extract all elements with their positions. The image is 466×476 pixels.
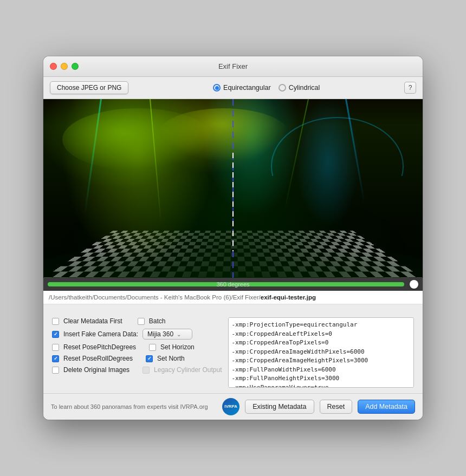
panorama-preview[interactable]	[43, 99, 423, 278]
row-insert-fake: Insert Fake Camera Data: Mijia 360 ⌄	[52, 329, 222, 340]
section-gap	[43, 304, 423, 310]
titlebar: Exif Fixer	[43, 56, 423, 77]
help-button[interactable]: ?	[404, 82, 416, 94]
equirect-label: Equirectangular	[223, 84, 271, 92]
reset-pitch-label: Reset PosePitchDegrees	[63, 343, 136, 351]
insert-fake-label: Insert Fake Camera Data:	[63, 330, 138, 338]
ivrpa-badge: IVRPA	[222, 398, 240, 415]
maximize-button[interactable]	[72, 63, 79, 70]
delete-images-checkbox[interactable]	[52, 367, 59, 374]
progress-bar-container: 360 degrees	[43, 278, 423, 291]
projection-radio-group: Equirectangular Cylindrical	[137, 84, 396, 92]
reset-roll-label: Reset PoseRollDegrees	[63, 355, 133, 362]
existing-metadata-button[interactable]: Existing Metadata	[245, 400, 314, 414]
progress-label: 360 degrees	[216, 281, 249, 288]
close-button[interactable]	[50, 63, 57, 70]
clear-metadata-label: Clear Metadata First	[63, 317, 122, 325]
batch-label: Batch	[149, 317, 166, 325]
controls-section: Clear Metadata First Batch Insert Fake C…	[43, 310, 423, 393]
set-north-checkbox[interactable]	[146, 355, 153, 362]
filepath-bar: /Users/thatkeith/Documents/Documents - K…	[43, 291, 423, 304]
clear-metadata-checkbox[interactable]	[52, 318, 59, 325]
filepath-prefix: /Users/thatkeith/Documents/Documents - K…	[49, 294, 261, 301]
insert-fake-checkbox[interactable]	[52, 331, 59, 338]
choose-file-button[interactable]: Choose JPEG or PNG	[50, 81, 128, 94]
app-window: Exif Fixer Choose JPEG or PNG Equirectan…	[43, 56, 423, 420]
progress-knob[interactable]	[410, 280, 418, 289]
cylindrical-label: Cylindrical	[289, 84, 320, 92]
chevron-down-icon: ⌄	[177, 331, 181, 337]
legacy-cylinder-label: Legacy Cylinder Output	[154, 366, 222, 374]
camera-dropdown[interactable]: Mijia 360 ⌄	[143, 329, 192, 340]
ivrpa-text: IVRPA	[224, 405, 237, 409]
batch-checkbox[interactable]	[138, 318, 145, 325]
toolbar: Choose JPEG or PNG Equirectangular Cylin…	[43, 77, 423, 99]
add-metadata-button[interactable]: Add Metadata	[358, 400, 415, 414]
window-title: Exif Fixer	[218, 62, 248, 70]
metadata-textarea[interactable]: -xmp:ProjectionType=equirectangular -xmp…	[228, 317, 414, 388]
equirect-radio-dot	[213, 84, 221, 92]
cylindrical-radio-dot	[279, 84, 286, 92]
reset-pitch-checkbox[interactable]	[52, 344, 59, 351]
stage-center	[157, 108, 290, 162]
row-clear-batch: Clear Metadata First Batch	[52, 317, 222, 325]
cylindrical-radio[interactable]: Cylindrical	[279, 84, 320, 92]
camera-dropdown-value: Mijia 360	[147, 330, 173, 338]
row-pose-pitch: Reset PosePitchDegrees Set Horizon	[52, 343, 222, 351]
row-pose-roll: Reset PoseRollDegrees Set North	[52, 355, 222, 362]
equirect-radio[interactable]: Equirectangular	[213, 84, 271, 92]
info-text: To learn about 360 panoramas from expert…	[51, 403, 217, 410]
set-horizon-checkbox[interactable]	[149, 344, 156, 351]
set-north-label: Set North	[157, 355, 185, 362]
bottom-bar: To learn about 360 panoramas from expert…	[43, 393, 423, 420]
reset-button[interactable]: Reset	[320, 400, 353, 414]
reset-roll-checkbox[interactable]	[52, 355, 59, 362]
vertical-line-white	[232, 153, 234, 251]
filepath-filename: exif-equi-tester.jpg	[261, 294, 316, 301]
minimize-button[interactable]	[61, 63, 68, 70]
left-controls: Clear Metadata First Batch Insert Fake C…	[52, 317, 222, 388]
set-horizon-label: Set Horizon	[160, 343, 195, 351]
legacy-cylinder-checkbox[interactable]	[143, 367, 150, 374]
row-delete-legacy: Delete Original Images Legacy Cylinder O…	[52, 366, 222, 374]
window-controls	[50, 63, 79, 70]
delete-images-label: Delete Original Images	[63, 366, 130, 374]
